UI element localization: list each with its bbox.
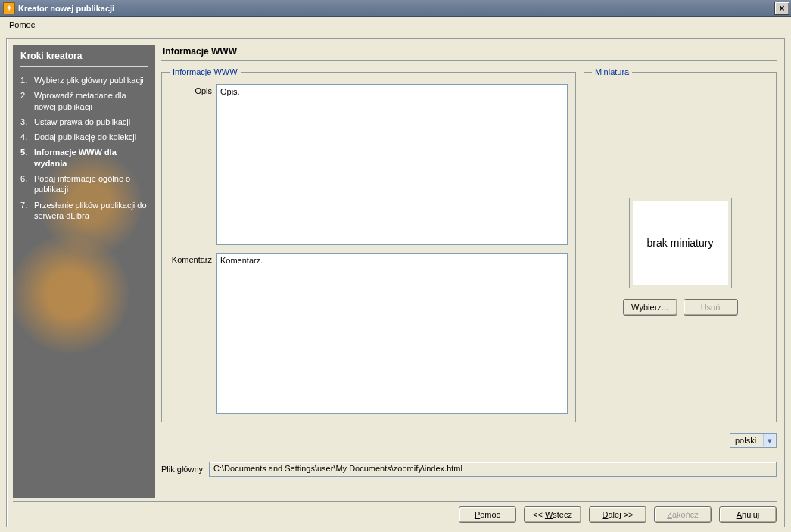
main-file-field: C:\Documents and Settings\user\My Docume… bbox=[209, 462, 777, 477]
step-5[interactable]: Informacje WWW dla wydania bbox=[20, 145, 148, 171]
back-button[interactable]: << Wstecz bbox=[524, 506, 581, 523]
choose-thumbnail-button[interactable]: Wybierz... bbox=[623, 299, 677, 316]
label-komentarz: Komentarz bbox=[170, 253, 212, 414]
label-main-file: Plik główny bbox=[161, 465, 203, 474]
close-button[interactable]: × bbox=[774, 2, 789, 15]
finish-button[interactable]: Zakończ bbox=[654, 506, 712, 523]
menu-bar: Pomoc bbox=[0, 17, 791, 33]
step-2[interactable]: Wprowadź metadane dla nowej publikacji bbox=[20, 88, 148, 114]
fieldset-www: Informacje WWW Opis Komentarz bbox=[161, 67, 576, 422]
step-7[interactable]: Przesłanie plików publikacji do serwera … bbox=[20, 198, 148, 224]
page-title: Informacje WWW bbox=[161, 45, 777, 61]
label-opis: Opis bbox=[170, 84, 212, 245]
menu-help[interactable]: Pomoc bbox=[5, 19, 39, 31]
cancel-button[interactable]: Anuluj bbox=[719, 506, 777, 523]
chevron-down-icon: ▾ bbox=[763, 434, 775, 446]
step-1[interactable]: Wybierz plik główny publikacji bbox=[20, 73, 148, 88]
wizard-panel: Kroki kreatora Wybierz plik główny publi… bbox=[6, 38, 785, 527]
help-button[interactable]: Pomoc bbox=[459, 506, 516, 523]
step-6[interactable]: Podaj informacje ogólne o publikacji bbox=[20, 171, 148, 198]
textarea-komentarz[interactable] bbox=[216, 253, 568, 414]
wizard-main: Informacje WWW Informacje WWW Opis Komen… bbox=[161, 45, 777, 498]
app-icon: ✦ bbox=[3, 2, 15, 14]
wizard-footer: Pomoc << Wstecz Dalej >> Zakończ Anuluj bbox=[13, 501, 777, 521]
wizard-sidebar: Kroki kreatora Wybierz plik główny publi… bbox=[13, 45, 155, 498]
help-button-rest: omoc bbox=[480, 510, 500, 519]
step-3[interactable]: Ustaw prawa do publikacji bbox=[20, 114, 148, 129]
next-button[interactable]: Dalej >> bbox=[589, 506, 646, 523]
step-4[interactable]: Dodaj publikację do kolekcji bbox=[20, 129, 148, 145]
textarea-opis[interactable] bbox=[216, 84, 568, 245]
legend-www: Informacje WWW bbox=[170, 67, 241, 76]
title-bar: ✦ Kreator nowej publikacji × bbox=[0, 0, 791, 17]
sidebar-header: Kroki kreatora bbox=[20, 51, 148, 67]
language-value: polski bbox=[735, 436, 756, 445]
wizard-steps: Wybierz plik główny publikacji Wprowadź … bbox=[20, 73, 148, 223]
delete-thumbnail-button[interactable]: Usuń bbox=[684, 299, 738, 316]
legend-miniatura: Miniatura bbox=[592, 67, 632, 76]
language-select[interactable]: polski ▾ bbox=[730, 433, 777, 448]
thumbnail-placeholder: brak miniatury bbox=[629, 198, 732, 288]
fieldset-miniatura: Miniatura brak miniatury Wybierz... Usuń bbox=[584, 67, 777, 422]
window-title: Kreator nowej publikacji bbox=[18, 4, 773, 13]
